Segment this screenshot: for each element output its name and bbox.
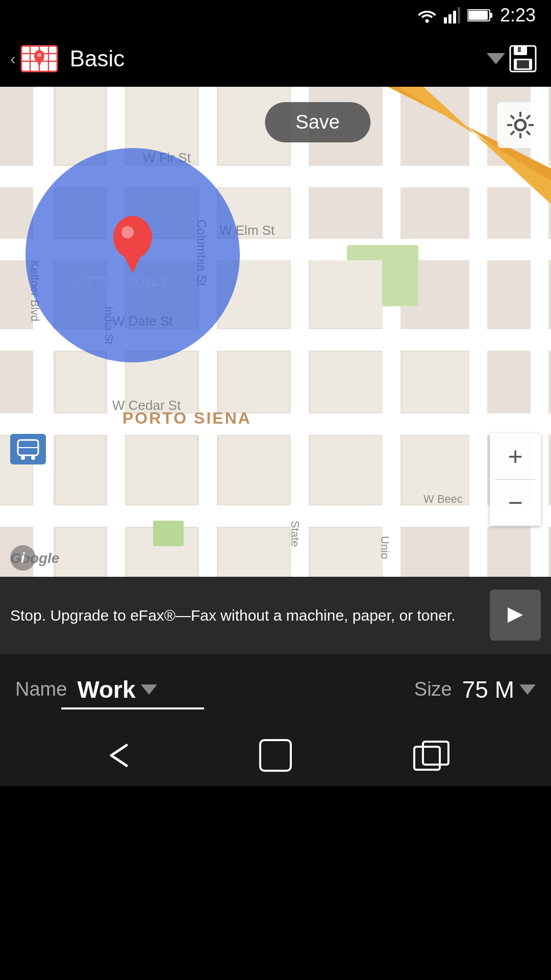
- svg-text:State: State: [289, 521, 302, 547]
- arrow-right-icon[interactable]: [490, 590, 541, 641]
- svg-line-87: [527, 115, 530, 119]
- svg-rect-62: [219, 528, 289, 577]
- svg-rect-95: [414, 747, 440, 770]
- status-time: 2:23: [500, 5, 536, 26]
- svg-text:PORTO SIENA: PORTO SIENA: [122, 409, 252, 427]
- svg-rect-27: [0, 413, 551, 435]
- svg-point-91: [31, 456, 35, 460]
- svg-rect-63: [311, 528, 382, 577]
- svg-rect-52: [311, 352, 382, 412]
- size-label: Size: [414, 678, 452, 700]
- svg-marker-93: [508, 607, 523, 623]
- status-icons: 2:23: [417, 5, 536, 26]
- back-arrow-icon[interactable]: ‹: [10, 50, 16, 68]
- svg-rect-54: [56, 436, 105, 504]
- svg-rect-32: [291, 87, 309, 577]
- svg-text:W Beec: W Beec: [423, 493, 463, 505]
- svg-rect-51: [219, 352, 289, 412]
- wifi-icon: [417, 8, 437, 23]
- svg-rect-28: [0, 505, 551, 527]
- zoom-out-button[interactable]: −: [490, 480, 541, 526]
- map-container[interactable]: W Fir St W Elm St W Date St W Cedar St C…: [0, 87, 551, 577]
- geofence-circle: [26, 148, 240, 362]
- svg-point-90: [21, 456, 25, 460]
- svg-line-86: [527, 131, 530, 135]
- settings-gear-icon[interactable]: [497, 102, 543, 148]
- svg-rect-55: [127, 436, 197, 504]
- nav-bar: [0, 725, 551, 786]
- svg-marker-78: [122, 253, 143, 273]
- size-dropdown-icon[interactable]: [519, 684, 536, 695]
- app-logo: [19, 41, 60, 77]
- svg-rect-33: [383, 87, 400, 577]
- svg-rect-48: [311, 260, 382, 328]
- svg-rect-22: [518, 47, 521, 52]
- nav-home-button[interactable]: [250, 735, 301, 776]
- save-floppy-icon[interactable]: [505, 41, 541, 77]
- name-label: Name: [15, 678, 67, 700]
- name-dropdown-icon[interactable]: [141, 684, 157, 695]
- svg-rect-60: [56, 528, 105, 577]
- svg-rect-4: [458, 7, 460, 23]
- nav-back-button[interactable]: [93, 735, 144, 776]
- svg-line-88: [511, 131, 514, 135]
- status-bar: 2:23: [0, 0, 551, 31]
- svg-point-17: [37, 53, 41, 57]
- app-bar-title: Basic: [70, 46, 482, 71]
- name-underline: [61, 707, 204, 709]
- svg-rect-39: [56, 87, 105, 164]
- svg-point-0: [425, 19, 429, 23]
- nav-recent-button[interactable]: [407, 735, 458, 776]
- info-icon[interactable]: i: [10, 545, 36, 571]
- app-bar: ‹ Basic: [0, 31, 551, 87]
- dropdown-arrow-icon[interactable]: [487, 53, 505, 64]
- ad-text: Stop. Upgrade to eFax®—Fax without a mac…: [10, 604, 490, 627]
- svg-rect-56: [219, 436, 289, 504]
- svg-rect-53: [402, 352, 468, 412]
- size-value: 75 M: [462, 676, 514, 703]
- svg-rect-3: [453, 11, 456, 23]
- svg-rect-6: [490, 13, 492, 18]
- svg-rect-94: [260, 740, 291, 771]
- svg-rect-2: [448, 14, 452, 23]
- svg-rect-34: [469, 87, 487, 577]
- signal-icon: [444, 7, 460, 23]
- save-button[interactable]: Save: [265, 102, 370, 142]
- svg-rect-96: [423, 742, 448, 765]
- svg-rect-1: [444, 17, 447, 23]
- battery-icon: [467, 9, 493, 22]
- ad-banner: Stop. Upgrade to eFax®—Fax without a mac…: [0, 577, 551, 653]
- transit-icon: [10, 434, 46, 464]
- svg-rect-21: [517, 60, 529, 68]
- zoom-controls: + −: [490, 433, 541, 526]
- svg-line-85: [511, 115, 514, 119]
- svg-rect-57: [311, 436, 382, 504]
- svg-point-77: [113, 216, 152, 259]
- svg-rect-49: [56, 352, 105, 412]
- name-value: Work: [77, 676, 135, 703]
- svg-rect-7: [468, 11, 488, 20]
- svg-text:Unio: Unio: [379, 536, 391, 559]
- info-bar: Name Work Size 75 M: [0, 653, 551, 725]
- zoom-in-button[interactable]: +: [490, 433, 541, 479]
- location-pin: [105, 209, 161, 276]
- svg-rect-29: [33, 87, 54, 577]
- svg-rect-64: [153, 521, 184, 546]
- svg-point-80: [515, 120, 525, 130]
- svg-point-79: [121, 226, 134, 238]
